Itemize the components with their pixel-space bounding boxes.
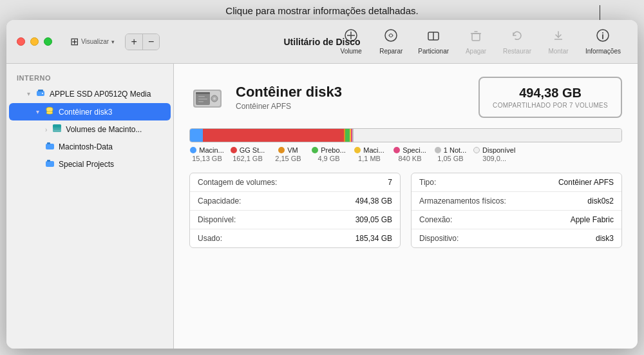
tool-apagar: Apagar [457, 26, 495, 57]
sidebar: Interno ▾ APPLE SSD AP0512Q Media ▾ Cont… [6, 64, 174, 349]
svg-rect-21 [47, 142, 50, 144]
tool-volume-label: Volume [341, 48, 362, 55]
tool-informacoes-label: Informações [585, 48, 621, 55]
svg-rect-6 [472, 34, 480, 41]
detail-size-box: 494,38 GB COMPARTILHADO POR 7 VOLUMES [478, 77, 622, 118]
close-button[interactable] [17, 37, 25, 46]
info-row: Conexão:Apple Fabric [412, 211, 621, 229]
tooltip-hint: Clique para mostrar informações detalhad… [0, 5, 644, 16]
add-volume-button[interactable]: + [126, 34, 142, 50]
detail-subtitle: Contêiner APFS [236, 102, 468, 111]
detail-title: Contêiner disk3 [236, 84, 468, 101]
informacoes-icon [596, 28, 610, 46]
storage-bar-wrap: Macin... 15,13 GB GG St... 162,1 GB VM 2… [189, 128, 622, 162]
view-label: Visualizar [81, 38, 109, 45]
reparar-icon [384, 28, 398, 46]
svg-rect-31 [198, 99, 207, 100]
info-row: Tipo:Contêiner APFS [412, 173, 621, 192]
storage-bar [189, 128, 622, 142]
info-row: Capacidade:494,38 GB [190, 192, 400, 211]
macintosh-data-icon [45, 141, 55, 153]
info-row: Contagem de volumes:7 [190, 173, 400, 192]
drive-icon [35, 88, 46, 100]
svg-rect-19 [53, 124, 61, 128]
svg-point-3 [385, 30, 397, 41]
legend-item: GG St... 162,1 GB [230, 146, 265, 162]
tool-restaurar: Restaurar [497, 26, 538, 57]
tool-reparar[interactable]: Reparar [372, 26, 410, 57]
svg-rect-12 [37, 91, 44, 96]
svg-point-16 [46, 111, 53, 114]
sidebar-item-ssd-label: APPLE SSD AP0512Q Media [50, 90, 151, 99]
chevron-volumes: › [45, 126, 47, 133]
traffic-lights [17, 37, 52, 46]
svg-rect-13 [38, 90, 43, 91]
disk-icon [189, 79, 225, 115]
info-row: Dispositivo:disk3 [412, 229, 621, 247]
svg-point-29 [213, 97, 216, 100]
tool-restaurar-label: Restaurar [503, 48, 531, 55]
detail-size: 494,38 GB [493, 86, 608, 101]
sidebar-item-special-projects[interactable]: Special Projects [9, 156, 171, 173]
maximize-button[interactable] [44, 37, 52, 46]
tool-reparar-label: Reparar [379, 48, 402, 55]
tool-particionar-label: Particionar [418, 48, 449, 55]
tool-informacoes[interactable]: Informações [579, 26, 627, 57]
bar-legend: Macin... 15,13 GB GG St... 162,1 GB VM 2… [189, 146, 622, 162]
tool-montar: Montar [539, 26, 578, 57]
info-table-right: Tipo:Contêiner APFSArmazenamentos físico… [411, 173, 622, 248]
legend-item: Disponível 309,0... [473, 146, 515, 162]
sidebar-item-container-label: Contêiner disk3 [59, 108, 112, 117]
chevron-ssd: ▾ [27, 90, 30, 97]
sidebar-item-special-projects-label: Special Projects [59, 160, 114, 169]
detail-title-group: Contêiner disk3 Contêiner APFS [236, 84, 468, 111]
svg-rect-32 [198, 101, 204, 102]
stack-icon [52, 124, 62, 135]
info-row: Usado:185,34 GB [190, 229, 400, 247]
special-projects-icon [45, 158, 55, 170]
detail-size-sub: COMPARTILHADO POR 7 VOLUMES [493, 102, 608, 109]
sidebar-item-container[interactable]: ▾ Contêiner disk3 [9, 103, 171, 120]
detail-header: Contêiner disk3 Contêiner APFS 494,38 GB… [189, 77, 622, 118]
legend-item: VM 2,15 GB [270, 146, 306, 162]
tooltip-text: Clique para mostrar informações detalhad… [225, 5, 418, 16]
info-tables: Contagem de volumes:7Capacidade:494,38 G… [189, 173, 622, 248]
sidebar-section-interno: Interno [6, 72, 173, 84]
sidebar-item-volumes[interactable]: › Volumes de Macinto... [9, 121, 171, 138]
montar-icon [551, 28, 565, 46]
tool-montar-label: Montar [548, 48, 568, 55]
legend-item: Prebo... 4,9 GB [311, 146, 346, 162]
sidebar-item-ssd[interactable]: ▾ APPLE SSD AP0512Q Media [9, 85, 171, 102]
toolbar: ⊞ Visualizar ▾ + − Utilitário de Disco V… [6, 20, 638, 64]
svg-rect-30 [198, 96, 205, 97]
svg-rect-22 [46, 161, 54, 167]
info-row: Armazenamentos físicos:disk0s2 [412, 192, 621, 211]
particionar-icon [426, 28, 440, 46]
remove-volume-button[interactable]: − [142, 34, 159, 50]
tool-apagar-label: Apagar [466, 48, 486, 55]
tool-particionar[interactable]: Particionar [412, 26, 455, 57]
chevron-container: ▾ [36, 108, 39, 115]
main-content: Interno ▾ APPLE SSD AP0512Q Media ▾ Cont… [6, 64, 638, 349]
minimize-button[interactable] [30, 37, 39, 46]
legend-item: Macin... 15,13 GB [189, 146, 225, 162]
apagar-icon [469, 28, 483, 46]
view-icon: ⊞ [70, 35, 79, 48]
toolbar-title: Utilitário de Disco [283, 37, 360, 47]
svg-rect-20 [46, 144, 54, 149]
sidebar-item-macintosh-data[interactable]: Macintosh-Data [9, 139, 171, 155]
svg-rect-23 [47, 160, 50, 162]
restaurar-icon [510, 28, 524, 46]
view-button[interactable]: ⊞ Visualizar ▾ [65, 33, 120, 50]
info-row: Disponível:309,05 GB [190, 211, 400, 229]
detail-panel: Contêiner disk3 Contêiner APFS 494,38 GB… [174, 64, 638, 349]
svg-point-11 [602, 32, 603, 34]
legend-item: 1 Not... 1,05 GB [433, 146, 468, 162]
info-table-left: Contagem de volumes:7Capacidade:494,38 G… [189, 173, 401, 248]
legend-item: Speci... 840 KB [392, 146, 428, 162]
app-window: ⊞ Visualizar ▾ + − Utilitário de Disco V… [6, 20, 638, 349]
svg-rect-27 [196, 92, 210, 94]
sidebar-item-volumes-label: Volumes de Macinto... [66, 125, 142, 134]
view-chevron: ▾ [111, 39, 115, 45]
sidebar-item-macintosh-data-label: Macintosh-Data [59, 142, 113, 151]
